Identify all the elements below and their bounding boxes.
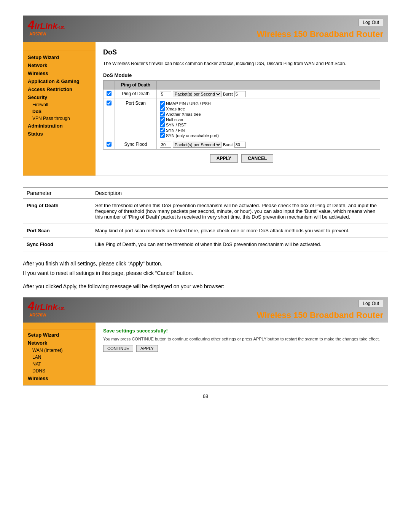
desc-portscan-desc: Many kind of port scan methods are liste… [91, 224, 388, 238]
continue-button[interactable]: CONTINUE [103, 345, 133, 352]
sidebar-item-security[interactable]: Security [23, 93, 96, 101]
dos-table: Ping of Death Ping of Death [103, 80, 380, 150]
sidebar-2: Setup Wizard Network WAN (Internet) LAN … [23, 323, 96, 385]
model-label-2: AR570W [29, 313, 46, 317]
desc-syncflood-desc: Like Ping of Death, you can set the thre… [91, 238, 388, 251]
opt-nmap[interactable] [160, 101, 165, 106]
syncflood-checkbox[interactable] [107, 142, 112, 147]
logo-101-text: 101 [59, 26, 65, 30]
opt-syn-fin[interactable] [160, 128, 165, 133]
save-success-msg: Save settings successfully! [103, 328, 380, 334]
opt-null-scan[interactable] [160, 117, 165, 122]
portscan-check-cell [104, 99, 115, 140]
after-apply-text: After you clicked Apply, the following m… [23, 283, 388, 289]
opt-syn-unreachable-label: SYN (only unreachable port) [166, 133, 219, 138]
logo-4-icon-2: 4 [28, 300, 35, 312]
logo-irlink-text: irLink [35, 21, 57, 31]
sidebar2-item-lan[interactable]: LAN [23, 354, 96, 361]
sidebar-item-setup-wizard[interactable]: Setup Wizard [23, 53, 96, 61]
opt-syn-rst-label: SYN / RST [166, 123, 186, 127]
desc-desc-header: Description [91, 188, 388, 199]
opt-nmap-label: NMAP FIN / URG / PSH [166, 101, 211, 106]
instruction-line-1: After you finish with all settings, plea… [23, 259, 388, 268]
table-row-portscan: Port Scan NMAP FIN / URG / PSH Xmas tree… [104, 99, 380, 140]
ping-burst-input[interactable] [234, 91, 246, 97]
opt-another-xmas-label: Another Xmas tree [166, 112, 201, 117]
table-row-ping: Ping of Death Packet(s) per Second Packe… [104, 89, 380, 99]
header-right-2: Log Out Wireless 150 Broadband Router [65, 300, 383, 320]
ping-burst-label: Burst [223, 92, 233, 96]
opt-another-xmas[interactable] [160, 112, 165, 117]
ping-checkbox[interactable] [107, 91, 112, 96]
logout-button-1[interactable]: Log Out [358, 19, 383, 26]
logo-2: 4 irLink • 101 AR570W [28, 300, 65, 317]
table-row-syncflood: Sync Flood Packet(s) per Second Packet(s… [104, 140, 380, 150]
sidebar2-item-wan[interactable]: WAN (Internet) [23, 347, 96, 354]
syncflood-burst-label: Burst [223, 142, 233, 147]
ping-param-cell: Ping of Death [115, 89, 157, 99]
apply-button-1[interactable]: APPLY [210, 154, 238, 163]
desc-param-header: Parameter [23, 188, 91, 199]
syncflood-check-cell [104, 140, 115, 150]
router-title-1: Wireless 150 Broadband Router [257, 29, 383, 39]
desc-row-syncflood: Sync Flood Like Ping of Death, you can s… [23, 238, 388, 251]
dos-module-label: DoS Module [103, 72, 380, 78]
portscan-checkbox[interactable] [107, 101, 112, 105]
col-check [104, 81, 115, 89]
sidebar2-item-ddns[interactable]: DDNS [23, 367, 96, 374]
sidebar2-item-network[interactable]: Network [23, 339, 96, 347]
sidebar-item-dos[interactable]: DoS [23, 108, 96, 115]
syncflood-value-input[interactable] [160, 142, 171, 148]
ping-options-cell: Packet(s) per Second Packet(s) per Minut… [157, 89, 380, 99]
sidebar-item-admin[interactable]: Administration [23, 122, 96, 130]
ping-value-input[interactable] [160, 91, 171, 97]
desc-ping-desc: Set the threshold of when this DoS preve… [91, 199, 388, 224]
main-content-2: Save settings successfully! You may pres… [96, 323, 388, 385]
portscan-param-cell: Port Scan [115, 99, 157, 140]
sidebar-item-wireless[interactable]: Wireless [23, 69, 96, 77]
router-body-2: Setup Wizard Network WAN (Internet) LAN … [23, 323, 388, 385]
opt-syn-unreachable[interactable] [160, 133, 165, 138]
desc-row-ping: Ping of Death Set the threshold of when … [23, 199, 388, 224]
opt-syn-rst[interactable] [160, 122, 165, 127]
router-body-1: Setup Wizard Network Wireless Applicatio… [23, 42, 388, 176]
sidebar2-item-wireless[interactable]: Wireless [23, 374, 96, 382]
logo-irlink-text-2: irLink [35, 302, 57, 312]
desc-ping-param: Ping of Death [23, 199, 91, 224]
opt-xmas-label: Xmas tree [166, 107, 185, 111]
sidebar-item-firewall[interactable]: Firewall [23, 101, 96, 108]
logout-button-2[interactable]: Log Out [358, 300, 383, 307]
apply-button-2[interactable]: APPLY [136, 345, 158, 352]
sidebar-item-status[interactable]: Status [23, 130, 96, 138]
sidebar-item-app-gaming[interactable]: Application & Gaming [23, 77, 96, 85]
page-number: 68 [23, 393, 388, 399]
router-header-2: 4 irLink • 101 AR570W Log Out Wireless 1… [23, 297, 388, 323]
col-param: Ping of Death [115, 81, 157, 89]
desc-portscan-param: Port Scan [23, 224, 91, 238]
header-right-1: Log Out Wireless 150 Broadband Router [65, 19, 383, 39]
sidebar-item-vpn[interactable]: VPN Pass through [23, 115, 96, 122]
syncflood-unit-select[interactable]: Packet(s) per Second Packet(s) per Minut… [173, 142, 221, 148]
model-label-1: AR570W [29, 32, 46, 36]
opt-xmas[interactable] [160, 106, 165, 111]
save-buttons: CONTINUE APPLY [103, 345, 380, 352]
sidebar-item-network[interactable]: Network [23, 61, 96, 69]
ping-unit-select[interactable]: Packet(s) per Second Packet(s) per Minut… [173, 91, 221, 97]
sidebar2-item-nat[interactable]: NAT [23, 361, 96, 367]
portscan-options-cell: NMAP FIN / URG / PSH Xmas tree Another X… [157, 99, 380, 140]
logo-101-text-2: 101 [59, 307, 65, 311]
logo-4-icon: 4 [28, 19, 35, 31]
desc-syncflood-param: Sync Flood [23, 238, 91, 251]
logo-1: 4 irLink • 101 AR570W [28, 19, 65, 36]
sidebar2-model [23, 326, 96, 329]
sidebar-item-access-restriction[interactable]: Access Restriction [23, 85, 96, 93]
save-desc-msg: You may press CONTINUE button to continu… [103, 337, 380, 341]
syncflood-burst-input[interactable] [234, 142, 246, 148]
sidebar2-item-setup-wizard[interactable]: Setup Wizard [23, 331, 96, 339]
cancel-button-1[interactable]: CANCEL [241, 154, 273, 163]
desc-table: Parameter Description Ping of Death Set … [23, 187, 388, 251]
desc-row-portscan: Port Scan Many kind of port scan methods… [23, 224, 388, 238]
sidebar-model-1 [23, 46, 96, 51]
opt-syn-fin-label: SYN / FIN [166, 128, 185, 133]
syncflood-options-cell: Packet(s) per Second Packet(s) per Minut… [157, 140, 380, 150]
